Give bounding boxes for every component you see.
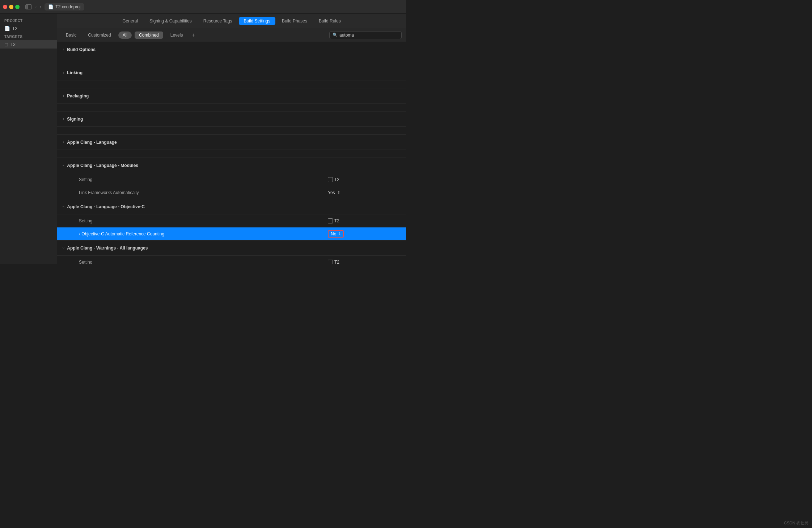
- value-text-warnings-setting: T2: [334, 260, 339, 264]
- row-objc-setting[interactable]: Setting T2: [57, 214, 406, 227]
- sidebar-item-project[interactable]: 📄 T2: [0, 24, 57, 33]
- stepper-link-frameworks: ⇕: [337, 190, 340, 194]
- tab-build-settings[interactable]: Build Settings: [239, 17, 275, 25]
- section-title-apple-clang-warnings: Apple Clang - Warnings - All languages: [67, 246, 148, 251]
- settings-content: › Build Options › Linking › Packaging › …: [57, 42, 406, 264]
- value-text-link-frameworks: Yes: [328, 190, 335, 195]
- filter-basic[interactable]: Basic: [62, 32, 81, 39]
- section-apple-clang-warnings[interactable]: › Apple Clang - Warnings - All languages: [57, 240, 406, 256]
- setting-name-link-frameworks: Link Frameworks Automatically: [79, 190, 328, 195]
- forward-arrow[interactable]: ›: [39, 4, 43, 10]
- chevron-apple-clang-modules: ›: [62, 165, 65, 166]
- value-icon-warnings-setting: [328, 260, 333, 264]
- setting-name-warnings-setting: Setting: [79, 260, 328, 264]
- tab-build-rules[interactable]: Build Rules: [314, 17, 346, 25]
- search-icon: 🔍: [333, 33, 338, 37]
- setting-name-objc-setting: Setting: [79, 218, 328, 223]
- chevron-apple-clang-objc: ›: [62, 206, 65, 207]
- chevron-apple-clang-language: ›: [63, 140, 64, 144]
- project-label: T2: [12, 26, 17, 31]
- spacer-signing: [57, 127, 406, 135]
- main-area: PROJECT 📄 T2 TARGETS ◻ T2 General Signin…: [0, 14, 406, 264]
- section-title-signing: Signing: [67, 117, 83, 122]
- section-apple-clang-modules[interactable]: › Apple Clang - Language - Modules: [57, 158, 406, 173]
- sidebar-item-target[interactable]: ◻ T2: [0, 40, 57, 49]
- target-label: T2: [10, 42, 16, 47]
- target-icon: ◻: [4, 42, 8, 47]
- back-arrow[interactable]: ‹: [34, 4, 38, 10]
- section-title-packaging: Packaging: [67, 93, 89, 99]
- section-title-apple-clang-modules: Apple Clang - Language - Modules: [67, 163, 138, 168]
- value-icon-objc-setting: [328, 218, 333, 223]
- section-build-options[interactable]: › Build Options: [57, 42, 406, 57]
- spacer-packaging: [57, 104, 406, 112]
- spacer-apple-clang-language: [57, 150, 406, 158]
- targets-section-header: TARGETS: [0, 33, 57, 40]
- tab-build-phases[interactable]: Build Phases: [277, 17, 312, 25]
- setting-name-modules-setting: Setting: [79, 177, 328, 182]
- top-tabs: General Signing & Capabilities Resource …: [57, 14, 406, 28]
- filter-levels[interactable]: Levels: [166, 32, 187, 39]
- section-title-apple-clang-language: Apple Clang - Language: [67, 140, 117, 145]
- active-tab[interactable]: 📄 T2.xcodeproj: [45, 3, 84, 11]
- row-modules-setting[interactable]: Setting T2: [57, 173, 406, 186]
- project-section-header: PROJECT: [0, 17, 57, 24]
- filter-customized[interactable]: Customized: [84, 32, 115, 39]
- section-apple-clang-objc[interactable]: › Apple Clang - Language - Objective-C: [57, 199, 406, 214]
- project-icon: 📄: [4, 26, 10, 31]
- section-title-apple-clang-objc: Apple Clang - Language - Objective-C: [67, 204, 145, 209]
- tab-resource-tags[interactable]: Resource Tags: [198, 17, 237, 25]
- filter-combined[interactable]: Combined: [135, 32, 163, 39]
- maximize-button[interactable]: [15, 5, 20, 9]
- chevron-packaging: ›: [63, 94, 64, 98]
- section-signing[interactable]: › Signing: [57, 112, 406, 127]
- title-bar: ‹ › 📄 T2.xcodeproj: [0, 0, 406, 14]
- tab-label: T2.xcodeproj: [55, 4, 80, 9]
- row-link-frameworks[interactable]: Link Frameworks Automatically Yes ⇕: [57, 186, 406, 199]
- close-button[interactable]: [3, 5, 7, 9]
- sidebar-toggle[interactable]: [25, 4, 32, 9]
- content-panel: General Signing & Capabilities Resource …: [57, 14, 406, 264]
- nav-arrows: ‹ ›: [34, 4, 42, 10]
- row-arc[interactable]: ›Objective-C Automatic Reference Countin…: [57, 227, 406, 240]
- window-controls: [3, 5, 20, 9]
- value-text-modules-setting: T2: [334, 177, 339, 182]
- section-title-build-options: Build Options: [67, 47, 96, 52]
- search-input[interactable]: [339, 33, 398, 38]
- sidebar-panel-left: [26, 5, 28, 9]
- search-box: 🔍: [329, 31, 402, 39]
- setting-value-warnings-setting: T2: [328, 260, 400, 264]
- tab-general[interactable]: General: [117, 17, 143, 25]
- file-icon: 📄: [48, 4, 54, 9]
- setting-name-arc: ›Objective-C Automatic Reference Countin…: [79, 231, 328, 236]
- chevron-signing: ›: [63, 117, 64, 121]
- filter-all[interactable]: All: [118, 32, 132, 39]
- section-title-linking: Linking: [67, 70, 83, 75]
- tab-signing-capabilities[interactable]: Signing & Capabilities: [144, 17, 197, 25]
- section-linking[interactable]: › Linking: [57, 65, 406, 80]
- setting-value-link-frameworks: Yes ⇕: [328, 190, 400, 195]
- stepper-arc: ⇕: [338, 232, 341, 236]
- setting-value-objc-setting: T2: [328, 218, 400, 223]
- minimize-button[interactable]: [9, 5, 13, 9]
- setting-value-arc: No ⇕: [328, 230, 400, 238]
- value-text-objc-setting: T2: [334, 218, 339, 223]
- chevron-build-options: ›: [63, 47, 64, 51]
- chevron-apple-clang-warnings: ›: [62, 247, 65, 248]
- row-warnings-setting[interactable]: Setting T2: [57, 256, 406, 264]
- chevron-linking: ›: [63, 71, 64, 75]
- spacer-linking: [57, 80, 406, 88]
- spacer-build-options: [57, 57, 406, 65]
- setting-value-modules-setting: T2: [328, 177, 400, 182]
- value-icon-modules-setting: [328, 177, 333, 182]
- section-apple-clang-language[interactable]: › Apple Clang - Language: [57, 135, 406, 150]
- value-text-arc: No: [331, 231, 336, 236]
- filter-bar: Basic Customized All Combined Levels + 🔍: [57, 28, 406, 42]
- value-highlight-arc: No ⇕: [328, 230, 344, 238]
- title-bar-left: ‹ › 📄 T2.xcodeproj: [25, 3, 84, 11]
- section-packaging[interactable]: › Packaging: [57, 88, 406, 104]
- sidebar: PROJECT 📄 T2 TARGETS ◻ T2: [0, 14, 57, 264]
- add-filter-button[interactable]: +: [190, 32, 196, 38]
